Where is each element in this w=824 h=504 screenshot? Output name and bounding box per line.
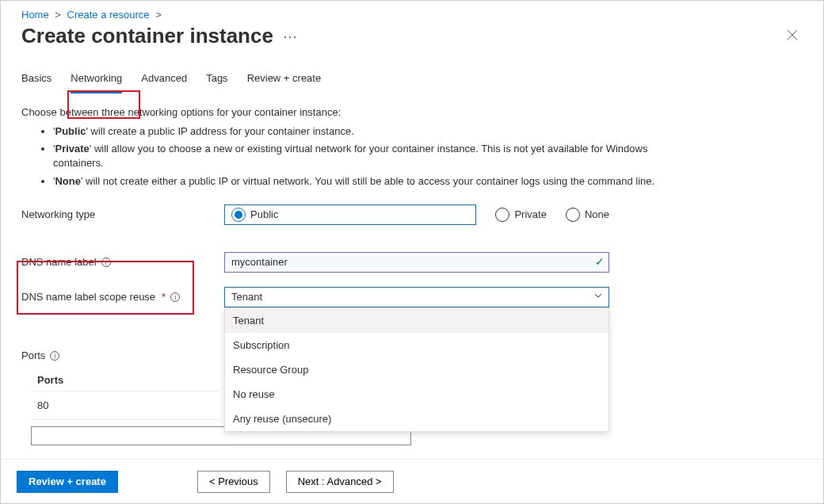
scope-select[interactable]: Tenant [224,287,609,307]
scope-label-text: DNS name label scope reuse [21,291,155,303]
info-icon[interactable]: i [170,292,180,302]
ports-section: Ports i Ports 80 [21,342,223,445]
row-networking-type: Networking type Public Private None [21,201,803,228]
more-icon[interactable]: ⋯ [283,29,297,44]
radio-public[interactable]: Public [224,204,476,225]
row-scope-reuse: DNS name label scope reuse * i Tenant Te… [21,284,803,311]
breadcrumb-home[interactable]: Home [21,9,49,21]
close-button[interactable] [782,25,803,48]
dns-label-text: DNS name label [21,256,97,268]
review-create-button[interactable]: Review + create [17,471,118,493]
tab-advanced[interactable]: Advanced [141,67,187,94]
page-title: Create container instance [21,24,273,48]
breadcrumb: Home > Create a resource > [1,1,823,21]
radio-circle-icon [566,208,580,222]
tab-basics[interactable]: Basics [21,67,52,94]
intro-item-private: 'Private' will allow you to choose a new… [53,142,662,170]
breadcrumb-separator: > [52,9,64,21]
scope-option[interactable]: Resource Group [225,357,608,382]
radio-private[interactable]: Private [495,208,546,222]
form: Networking type Public Private None DNS … [1,198,823,449]
footer-bar: Review + create < Previous Next : Advanc… [1,459,823,503]
tab-review[interactable]: Review + create [247,67,322,94]
breadcrumb-separator: > [152,9,165,21]
dns-label-input[interactable] [224,252,609,273]
ports-label: Ports [21,349,45,361]
tab-bar: Basics Networking Advanced Tags Review +… [1,67,823,94]
scope-option[interactable]: Tenant [225,308,608,333]
radio-circle-icon [495,208,509,222]
tab-tags[interactable]: Tags [206,67,227,94]
networking-type-label: Networking type [21,208,224,220]
intro-item-none: 'None' will not create either a public I… [53,174,662,189]
scope-option[interactable]: Any reuse (unsecure) [225,407,608,431]
info-icon[interactable]: i [50,351,59,361]
scope-option[interactable]: Subscription [225,333,608,357]
networking-type-radios: Public Private None [224,204,609,225]
intro-copy: Choose between three networking options … [1,94,682,189]
row-dns-label: DNS name label i ✓ [21,249,803,276]
info-icon[interactable]: i [101,258,111,267]
intro-item-public: 'Public' will create a public IP address… [53,124,662,139]
ports-row-value: 80 [31,391,219,420]
page-header: Create container instance ⋯ [1,21,823,67]
breadcrumb-create-resource[interactable]: Create a resource [67,9,150,21]
previous-button[interactable]: < Previous [197,471,270,493]
check-icon: ✓ [595,255,605,268]
page-root: Home > Create a resource > Create contai… [0,0,824,504]
required-mark: * [162,291,166,303]
scope-dropdown: Tenant Subscription Resource Group No re… [224,307,609,432]
close-icon [787,29,798,40]
ports-col-header: Ports [31,369,219,391]
radio-none[interactable]: None [566,208,609,222]
intro-lead: Choose between three networking options … [21,106,662,118]
tab-networking[interactable]: Networking [71,67,122,94]
scope-option[interactable]: No reuse [225,382,608,407]
radio-circle-icon [231,208,246,222]
next-button[interactable]: Next : Advanced > [286,471,394,493]
